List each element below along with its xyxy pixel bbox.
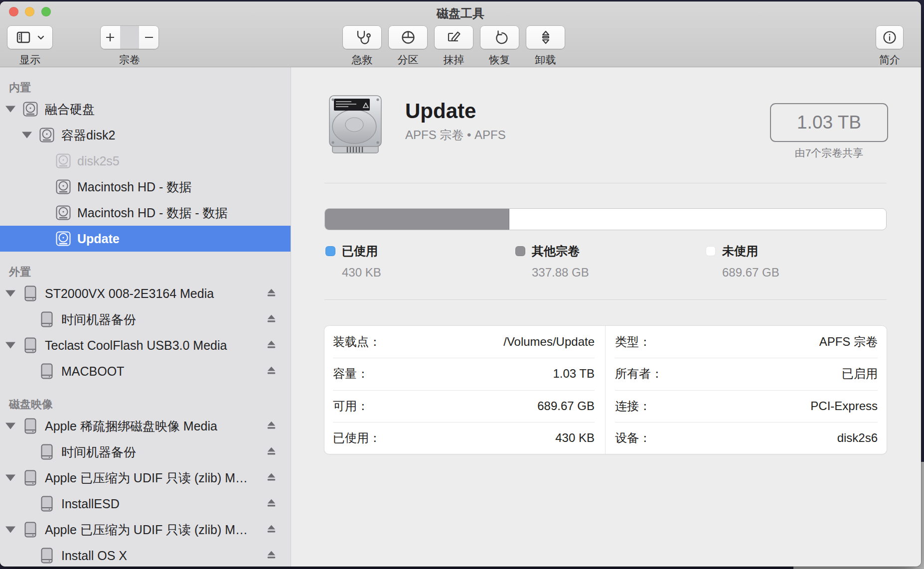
details-label: 类型： (615, 334, 651, 350)
sidebar-row-label: Macintosh HD - 数据 - 数据 (0, 205, 291, 221)
details-value: disk2s6 (837, 431, 878, 445)
sidebar-row[interactable]: 容器disk2 (0, 122, 291, 148)
disk-icon (22, 285, 39, 302)
sidebar-row[interactable]: Apple 已压缩为 UDIF 只读 (zlib) M… (0, 517, 291, 543)
eject-icon[interactable] (266, 338, 277, 353)
disk-icon (22, 101, 39, 118)
legend-value: 337.88 GB (532, 266, 589, 280)
shared-note: 由7个宗卷共享 (755, 146, 903, 160)
sidebar-row[interactable]: 时间机器备份 (0, 306, 291, 332)
hard-drive-icon (325, 94, 385, 156)
eject-icon[interactable] (266, 497, 277, 511)
sidebar-row[interactable]: Apple 已压缩为 UDIF 只读 (zlib) M… (0, 465, 291, 491)
toolbar-action: 恢复 (480, 26, 519, 67)
eject-icon[interactable] (266, 312, 277, 327)
add-volume-button[interactable] (101, 26, 120, 49)
disk-icon (55, 230, 72, 247)
disk-icon (55, 178, 72, 195)
disk-icon (38, 363, 55, 380)
eject-icon[interactable] (266, 549, 277, 563)
disk-icon (22, 418, 39, 434)
details-value: 已启用 (842, 366, 878, 382)
sidebar-row-label: Macintosh HD - 数据 (0, 179, 291, 195)
sidebar-row-label: 外置 (0, 265, 291, 281)
separator (324, 183, 887, 183)
toolbar-action-button[interactable] (389, 26, 427, 49)
legend-swatch (515, 246, 525, 256)
sidebar-row-label: ST2000VX 008-2E3164 Media (0, 286, 291, 301)
details-row: 可用： 689.67 GB (324, 390, 605, 422)
disclosure-triangle-icon[interactable] (5, 290, 15, 297)
sidebar-row[interactable]: Update (0, 226, 291, 252)
sidebar-row[interactable]: 磁盘映像 (0, 394, 291, 413)
eject-icon[interactable] (266, 286, 277, 301)
toolbar-action-button[interactable] (343, 26, 381, 49)
disk-icon (38, 547, 55, 564)
legend-label: 已使用 (342, 243, 378, 259)
details-value: APFS 宗卷 (819, 334, 878, 350)
toolbar-action-button[interactable] (526, 26, 565, 49)
disclosure-triangle-icon[interactable] (5, 106, 15, 113)
toolbar-action-label: 抹掉 (444, 53, 464, 67)
legend-item: 未使用 689.67 GB (706, 243, 779, 280)
info-button[interactable] (876, 26, 903, 49)
sidebar-row[interactable]: MACBOOT (0, 358, 291, 384)
sidebar-row-label: Apple 稀疏捆绑磁盘映像 Media (0, 418, 291, 434)
disclosure-triangle-icon[interactable] (22, 132, 32, 139)
sidebar-row[interactable]: ST2000VX 008-2E3164 Media (0, 281, 291, 306)
toolbar-action-button[interactable] (480, 26, 519, 49)
details-row: 容量： 1.03 TB (324, 358, 605, 390)
legend-label: 未使用 (722, 243, 758, 259)
sidebar-row[interactable]: Macintosh HD - 数据 (0, 174, 291, 200)
view-button[interactable] (7, 26, 52, 49)
view-label: 显示 (19, 53, 40, 67)
eject-icon[interactable] (266, 523, 277, 537)
segment-divider (120, 26, 140, 49)
details-label: 可用： (333, 398, 369, 414)
sidebar-row[interactable]: Macintosh HD - 数据 - 数据 (0, 200, 291, 226)
sidebar-row[interactable]: 融合硬盘 (0, 96, 291, 122)
details-label: 设备： (615, 430, 651, 446)
eject-icon[interactable] (266, 471, 277, 485)
sidebar-row[interactable]: Teclast CoolFlash USB3.0 Media (0, 332, 291, 358)
details-label: 连接： (615, 398, 651, 414)
sidebar-row[interactable]: disk2s5 (0, 148, 291, 174)
details-row: 所有者： 已启用 (606, 358, 887, 390)
eject-icon[interactable] (266, 445, 277, 459)
toolbar-action: 急救 (343, 26, 381, 67)
toolbar-action: 分区 (389, 26, 427, 67)
details-value: PCI-Express (810, 399, 878, 413)
toolbar-action: 抹掉 (435, 26, 473, 67)
sidebar-row[interactable]: 内置 (0, 77, 291, 96)
sidebar-row-label: 内置 (0, 80, 291, 96)
info-label: 简介 (879, 53, 900, 67)
remove-volume-button[interactable] (139, 26, 158, 49)
sidebar-row[interactable]: 时间机器备份 (0, 439, 291, 465)
volume-title: Update (405, 99, 476, 123)
eject-icon[interactable] (266, 364, 277, 379)
details-column-left: 装载点： /Volumes/Update 容量： 1.03 TB 可用： 689… (324, 326, 605, 454)
eject-icon[interactable] (266, 419, 277, 433)
disk-icon (22, 469, 39, 486)
disclosure-triangle-icon[interactable] (5, 342, 15, 349)
details-value: 430 KB (555, 431, 595, 445)
sidebar: 内置 融合硬盘 (0, 67, 291, 567)
disk-utility-window: 磁盘工具 显示 (0, 1, 921, 567)
sidebar-row[interactable]: Install OS X (0, 543, 291, 567)
disclosure-triangle-icon[interactable] (5, 527, 15, 533)
disclosure-triangle-icon[interactable] (5, 475, 15, 481)
disk-icon (55, 204, 72, 221)
toolbar-action-button[interactable] (435, 26, 473, 49)
desktop: { "window": { "title": "磁盘工具" }, "toolba… (0, 0, 924, 569)
disclosure-triangle-icon[interactable] (5, 423, 15, 429)
legend-label: 其他宗卷 (532, 243, 580, 259)
sidebar-row-label: 磁盘映像 (0, 397, 291, 413)
legend-item: 其他宗卷 337.88 GB (515, 243, 589, 280)
sidebar-row[interactable]: 外置 (0, 262, 291, 281)
sidebar-row[interactable]: Apple 稀疏捆绑磁盘映像 Media (0, 413, 291, 439)
disk-icon (22, 521, 39, 538)
disk-icon (22, 337, 39, 354)
sidebar-row[interactable]: InstallESD (0, 491, 291, 517)
volume-label: 宗卷 (119, 53, 140, 67)
usage-bar-other-volumes-segment (325, 209, 509, 230)
